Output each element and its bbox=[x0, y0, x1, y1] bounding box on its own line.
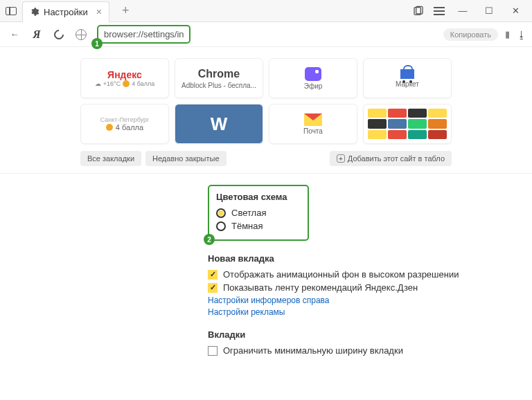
checkbox-icon bbox=[208, 346, 218, 356]
radio-label: Тёмная bbox=[231, 221, 263, 231]
new-tab-button[interactable]: + bbox=[122, 3, 130, 18]
tile-yandex[interactable]: Яндекс ☁ +16°C 4 балла bbox=[80, 58, 169, 98]
color-scheme-section: Цветовая схема Светлая Тёмная 2 bbox=[208, 185, 532, 241]
url-box: 1 bbox=[97, 25, 190, 44]
sidebar-toggle-icon[interactable] bbox=[6, 7, 17, 15]
back-button[interactable]: ← bbox=[6, 26, 24, 44]
recently-closed-button[interactable]: Недавно закрытые bbox=[145, 151, 227, 166]
bookmark-icon[interactable]: ▮ bbox=[505, 29, 510, 39]
browser-tab[interactable]: Настройки × bbox=[22, 1, 109, 22]
settings-panel: Цветовая схема Светлая Тёмная 2 Новая вк… bbox=[0, 173, 532, 356]
add-site-button[interactable]: +Добавить этот сайт в табло bbox=[330, 151, 452, 166]
titlebar: Настройки × + — ☐ ✕ bbox=[0, 0, 532, 22]
section-title: Вкладки bbox=[208, 329, 532, 340]
city-label: Санкт-Петербург bbox=[100, 116, 150, 123]
radio-light[interactable]: Светлая bbox=[216, 208, 287, 218]
checkbox-label: Ограничить минимальную ширину вкладки bbox=[223, 345, 403, 356]
tile-label: Почта bbox=[303, 127, 323, 135]
tabs-section: Вкладки Ограничить минимальную ширину вк… bbox=[208, 329, 532, 356]
yandex-weather: ☁ +16°C 4 балла bbox=[95, 80, 154, 87]
site-info-icon[interactable] bbox=[72, 26, 90, 44]
tile-collection[interactable] bbox=[363, 104, 452, 144]
tile-label: Эфир bbox=[304, 82, 323, 90]
radio-label: Светлая bbox=[231, 208, 266, 218]
plus-icon: + bbox=[337, 154, 345, 163]
all-bookmarks-button[interactable]: Все закладки bbox=[80, 151, 141, 166]
gear-icon bbox=[30, 7, 39, 17]
speed-dial-tiles: Яндекс ☁ +16°C 4 балла Chrome Adblock Pl… bbox=[80, 58, 452, 144]
minimize-button[interactable]: — bbox=[454, 6, 471, 16]
copy-button[interactable]: Копировать bbox=[443, 28, 498, 41]
tile-market[interactable]: Маркет bbox=[363, 58, 452, 98]
annotation-badge-2: 2 bbox=[204, 234, 215, 245]
checkbox-animated-bg[interactable]: Отображать анимационный фон в высоком ра… bbox=[208, 269, 532, 280]
tiles-footer: Все закладки Недавно закрытые +Добавить … bbox=[80, 151, 452, 166]
yandex-home-button[interactable]: Я bbox=[28, 26, 46, 44]
tile-vk[interactable]: W bbox=[175, 104, 263, 144]
color-scheme-highlight: Цветовая схема Светлая Тёмная 2 bbox=[208, 185, 309, 241]
annotation-badge-1: 1 bbox=[91, 38, 103, 49]
new-tab-section: Новая вкладка Отображать анимационный фо… bbox=[208, 253, 532, 317]
new-tab-area: Яндекс ☁ +16°C 4 балла Chrome Adblock Pl… bbox=[0, 47, 532, 173]
tab-close-button[interactable]: × bbox=[96, 6, 102, 17]
library-icon[interactable] bbox=[413, 6, 424, 17]
link-ads[interactable]: Настройки рекламы bbox=[208, 307, 532, 317]
radio-icon bbox=[216, 208, 226, 218]
section-title: Новая вкладка bbox=[208, 253, 532, 264]
address-bar[interactable] bbox=[97, 25, 190, 44]
efir-icon bbox=[305, 67, 321, 81]
checkbox-zen-feed[interactable]: Показывать ленту рекомендаций Яндекс.Дзе… bbox=[208, 282, 532, 293]
tile-mail[interactable]: Почта bbox=[269, 104, 357, 144]
mail-icon bbox=[304, 113, 322, 126]
checkbox-label: Отображать анимационный фон в высоком ра… bbox=[223, 269, 459, 280]
radio-dark[interactable]: Тёмная bbox=[216, 221, 287, 231]
menu-icon[interactable] bbox=[434, 7, 445, 15]
tile-efir[interactable]: Эфир bbox=[269, 58, 357, 98]
checkbox-icon bbox=[208, 270, 218, 280]
tile-label: Маркет bbox=[396, 80, 419, 88]
close-window-button[interactable]: ✕ bbox=[507, 6, 524, 16]
checkbox-icon bbox=[208, 283, 218, 293]
tile-spb[interactable]: Санкт-Петербург 4 балла bbox=[80, 104, 169, 144]
yandex-logo: Яндекс bbox=[107, 69, 142, 80]
checkbox-label: Показывать ленту рекомендаций Яндекс.Дзе… bbox=[223, 282, 418, 293]
tile-chrome[interactable]: Chrome Adblock Plus - беспла... bbox=[175, 58, 263, 98]
tile-label: Adblock Plus - беспла... bbox=[181, 82, 256, 89]
chrome-logo: Chrome bbox=[198, 68, 240, 80]
reload-button[interactable] bbox=[50, 26, 68, 44]
tab-title: Настройки bbox=[44, 7, 88, 17]
checkbox-min-tab-width[interactable]: Ограничить минимальную ширину вкладки bbox=[208, 345, 532, 356]
downloads-icon[interactable]: ⭳ bbox=[517, 29, 526, 40]
maximize-button[interactable]: ☐ bbox=[481, 6, 497, 16]
link-informers[interactable]: Настройки информеров справа bbox=[208, 296, 532, 305]
toolbar: ← Я 1 Копировать ▮ ⭳ bbox=[0, 22, 532, 47]
market-icon bbox=[400, 69, 414, 79]
vk-logo: W bbox=[211, 113, 228, 135]
section-title: Цветовая схема bbox=[216, 192, 287, 202]
traffic-score: 4 балла bbox=[106, 123, 143, 131]
radio-icon bbox=[216, 221, 226, 231]
